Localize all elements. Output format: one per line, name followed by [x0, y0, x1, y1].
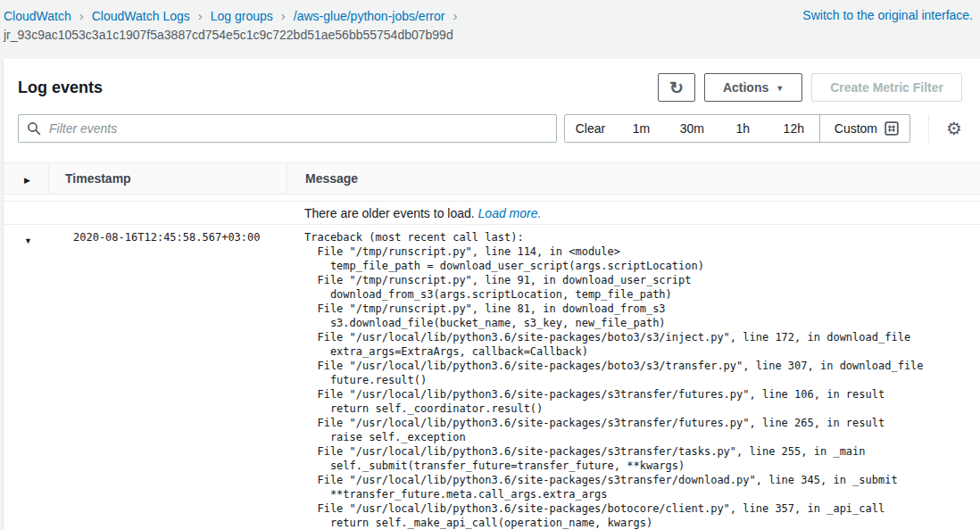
time-range-1m[interactable]: 1m — [616, 115, 667, 142]
refresh-button[interactable]: ↻ — [658, 73, 695, 102]
actions-button-label: Actions — [723, 80, 768, 95]
filter-events-input[interactable] — [18, 114, 557, 143]
breadcrumb-log-groups[interactable]: Log groups — [211, 9, 273, 23]
event-message: Traceback (most recent call last): File … — [287, 230, 980, 530]
breadcrumb: CloudWatch › CloudWatch Logs › Log group… — [4, 8, 465, 23]
create-metric-filter-button[interactable]: Create Metric Filter — [811, 73, 962, 102]
switch-interface-link[interactable]: Switch to the original interface. — [802, 8, 975, 22]
top-bar: CloudWatch › CloudWatch Logs › Log group… — [0, 0, 980, 42]
collapse-row-icon[interactable]: ▼ — [24, 236, 32, 245]
time-range-custom[interactable]: Custom — [819, 115, 909, 142]
time-range-30m[interactable]: 30m — [667, 115, 718, 142]
time-range-12h[interactable]: 12h — [768, 115, 819, 142]
time-range-control: Clear 1m 30m 1h 12h Custom — [564, 114, 910, 143]
breadcrumb-log-group-name[interactable]: /aws-glue/python-jobs/error — [294, 9, 445, 23]
breadcrumb-separator-icon: › — [453, 8, 457, 23]
search-icon — [27, 121, 41, 136]
header-buttons: ↻ Actions ▼ Create Metric Filter — [658, 73, 962, 102]
settings-wrap: ⚙ — [928, 114, 962, 143]
expand-all-icon[interactable]: ▶ — [24, 176, 30, 185]
actions-button[interactable]: Actions ▼ — [704, 73, 802, 102]
load-more-link[interactable]: Load more. — [478, 206, 542, 220]
breadcrumb-separator-icon: › — [198, 8, 203, 23]
older-events-row: There are older events to load. Load mor… — [4, 201, 980, 225]
breadcrumb-separator-icon: › — [79, 8, 84, 23]
breadcrumb-cloudwatch[interactable]: CloudWatch — [4, 9, 71, 23]
log-events-panel: Log events ↻ Actions ▼ Create Metric Fil… — [4, 59, 980, 530]
timestamp-column-header: Timestamp — [48, 163, 287, 194]
chevron-down-icon: ▼ — [776, 85, 784, 93]
older-events-label: There are older events to load. — [304, 206, 475, 220]
gear-icon[interactable]: ⚙ — [946, 120, 962, 137]
table-header-row: ▶ Timestamp Message — [4, 162, 980, 195]
breadcrumb-cloudwatch-logs[interactable]: CloudWatch Logs — [92, 9, 190, 23]
search-box — [18, 114, 557, 143]
older-events-text: There are older events to load. Load mor… — [287, 206, 980, 220]
time-range-clear[interactable]: Clear — [565, 115, 616, 142]
refresh-icon: ↻ — [669, 79, 684, 96]
panel-header: Log events ↻ Actions ▼ Create Metric Fil… — [4, 59, 980, 102]
calendar-icon — [884, 121, 899, 136]
filter-toolbar: Clear 1m 30m 1h 12h Custom ⚙ — [18, 114, 962, 143]
message-column-header: Message — [287, 163, 980, 194]
event-timestamp: 2020-08-16T12:45:58.567+03:00 — [48, 230, 287, 244]
custom-label: Custom — [835, 121, 877, 136]
time-range-1h[interactable]: 1h — [718, 115, 768, 142]
breadcrumb-separator-icon: › — [281, 8, 286, 23]
log-events-table: ▶ Timestamp Message There are older even… — [4, 162, 980, 530]
expand-all-cell: ▶ — [4, 171, 48, 186]
page-title: Log events — [18, 79, 103, 97]
log-stream-id: jr_93c9ac1053c3a1c1907f5a3887cd754e5c1c9… — [4, 28, 975, 42]
log-event-row: ▼ 2020-08-16T12:45:58.567+03:00 Tracebac… — [4, 225, 980, 530]
collapse-cell: ▼ — [4, 230, 48, 246]
